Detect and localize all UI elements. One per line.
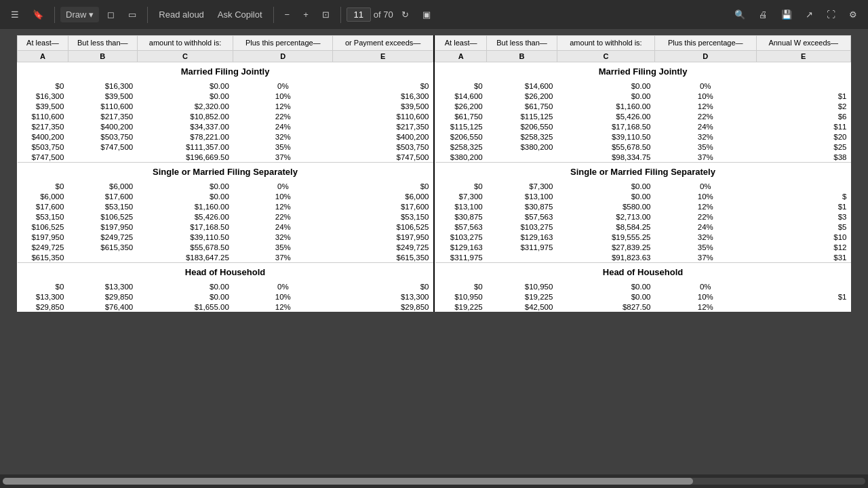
chevron-down-icon: ▾ — [89, 9, 94, 20]
cell-single-r4-c2: $8,584.25 — [557, 222, 654, 232]
print-button[interactable]: 🖨 — [753, 7, 773, 22]
cell-head_of_household-r2-c2: $827.50 — [557, 302, 654, 312]
cell-single-r6-c2: $55,678.50 — [137, 242, 233, 252]
cell-head_of_household-r1-c1: $29,850 — [68, 291, 137, 302]
divider-4 — [340, 7, 341, 23]
cell-married_filing_jointly-r7-c4: $747,500 — [333, 152, 433, 163]
cell-married_filing_jointly-r7-c3: 37% — [233, 152, 333, 163]
left-letter-b: B — [68, 51, 137, 62]
highlight-button[interactable]: ▭ — [123, 7, 142, 22]
table-row: $129,163$311,975$27,839.2535%$12 — [435, 242, 851, 252]
cell-married_filing_jointly-r2-c1: $110,600 — [68, 101, 137, 111]
cell-head_of_household-r2-c4: $29,850 — [333, 302, 433, 312]
table-row: $53,150$106,525$5,426.0022%$53,150 — [18, 211, 433, 222]
left-letter-a: A — [18, 51, 68, 62]
view-icon: ▣ — [422, 9, 431, 20]
cell-single-r4-c3: 24% — [233, 222, 333, 232]
cell-single-r1-c1: $17,600 — [68, 191, 137, 201]
bookmark-button[interactable]: 🔖 — [27, 7, 49, 22]
read-aloud-button[interactable]: Read aloud — [153, 7, 210, 22]
table-row: $400,200$503,750$78,221.0032%$400,200 — [18, 131, 433, 142]
cell-single-r5-c4: $197,950 — [333, 232, 433, 242]
cell-single-r5-c2: $39,110.50 — [137, 232, 233, 242]
view-button[interactable]: ▣ — [417, 7, 436, 22]
right-letter-a: A — [435, 51, 487, 62]
cell-single-r6-c0: $249,725 — [18, 242, 68, 252]
cell-married_filing_jointly-r3-c3: 22% — [654, 111, 756, 121]
menu-button[interactable]: ☰ — [5, 7, 24, 22]
cell-married_filing_jointly-r7-c3: 37% — [654, 152, 756, 163]
table-row: $17,600$53,150$1,160.0012%$17,600 — [18, 201, 433, 211]
cell-single-r0-c3: 0% — [654, 181, 756, 191]
share-icon: ↗ — [806, 9, 813, 20]
cell-single-r2-c4: $17,600 — [333, 201, 433, 211]
cell-head_of_household-r1-c4: $13,300 — [333, 291, 433, 302]
cell-married_filing_jointly-r2-c4: $2 — [756, 101, 850, 111]
cell-single-r1-c1: $13,100 — [487, 191, 557, 201]
cell-married_filing_jointly-r6-c1: $747,500 — [68, 142, 137, 152]
cell-single-r7-c3: 37% — [654, 252, 756, 263]
zoom-out-icon: − — [285, 9, 290, 20]
share-button[interactable]: ↗ — [800, 7, 818, 22]
cell-married_filing_jointly-r2-c0: $39,500 — [18, 101, 68, 111]
draw-button[interactable]: Draw ▾ — [60, 7, 99, 22]
scrollbar-thumb[interactable] — [3, 478, 693, 485]
divider-3 — [273, 7, 274, 23]
right-col-b-header: But less than— — [487, 36, 557, 51]
cell-single-r4-c0: $106,525 — [18, 222, 68, 232]
cell-single-r2-c3: 12% — [233, 201, 333, 211]
cell-married_filing_jointly-r5-c1: $503,750 — [68, 131, 137, 142]
bookmark-icon: 🔖 — [33, 9, 43, 20]
settings-button[interactable]: ⚙ — [844, 7, 863, 22]
cell-married_filing_jointly-r6-c0: $258,325 — [435, 142, 487, 152]
ask-copilot-button[interactable]: Ask Copilot — [212, 7, 268, 22]
fit-icon: ⊡ — [322, 9, 330, 20]
bottom-scrollbar-bar — [0, 474, 868, 488]
cell-single-r5-c2: $19,555.25 — [557, 232, 654, 242]
fullscreen-button[interactable]: ⛶ — [821, 7, 841, 22]
zoom-out-button[interactable]: − — [279, 7, 296, 22]
menu-icon: ☰ — [11, 9, 19, 20]
highlight-icon: ▭ — [128, 9, 136, 20]
cell-single-r2-c2: $1,160.00 — [137, 201, 233, 211]
table-row: $258,325$380,200$55,678.5035%$25 — [435, 142, 851, 152]
cell-married_filing_jointly-r7-c2: $98,334.75 — [557, 152, 654, 163]
rotate-button[interactable]: ↻ — [396, 7, 414, 22]
eraser-button[interactable]: ◻ — [102, 7, 120, 22]
cell-single-r7-c2: $183,647.25 — [137, 252, 233, 263]
right-col-a-header: At least— — [435, 36, 487, 51]
table-row: $197,950$249,725$39,110.5032%$197,950 — [18, 232, 433, 242]
table-row: $0$16,300$0.000%$0 — [18, 81, 433, 91]
table-row: $0$6,000$0.000%$0 — [18, 181, 433, 191]
toolbar: ☰ 🔖 Draw ▾ ◻ ▭ Read aloud Ask Copilot − … — [0, 0, 868, 30]
zoom-in-button[interactable]: + — [298, 7, 314, 22]
search-button[interactable]: 🔍 — [729, 7, 751, 22]
save-button[interactable]: 💾 — [776, 7, 797, 22]
table-row: $110,600$217,350$10,852.0022%$110,600 — [18, 111, 433, 121]
cell-single-r5-c1: $129,163 — [487, 232, 557, 242]
cell-married_filing_jointly-r0-c4 — [756, 81, 850, 91]
right-col-c-header: amount to withhold is: — [557, 36, 654, 51]
cell-single-r3-c4: $3 — [756, 211, 850, 222]
page-number-input[interactable] — [347, 7, 371, 22]
cell-single-r1-c3: 10% — [654, 191, 756, 201]
cell-married_filing_jointly-r4-c2: $17,168.50 — [557, 121, 654, 131]
cell-head_of_household-r1-c1: $19,225 — [487, 291, 557, 302]
table-row: $7,300$13,100$0.0010%$ — [435, 191, 851, 201]
cell-married_filing_jointly-r4-c4: $11 — [756, 121, 850, 131]
table-row: $103,275$129,163$19,555.2532%$10 — [435, 232, 851, 242]
cell-single-r3-c1: $106,525 — [68, 211, 137, 222]
cell-married_filing_jointly-r5-c0: $206,550 — [435, 131, 487, 142]
cell-single-r4-c3: 24% — [654, 222, 756, 232]
cell-married_filing_jointly-r3-c0: $61,750 — [435, 111, 487, 121]
table-row: $30,875$57,563$2,713.0022%$3 — [435, 211, 851, 222]
cell-single-r0-c2: $0.00 — [137, 181, 233, 191]
fit-button[interactable]: ⊡ — [317, 7, 335, 22]
fullscreen-icon: ⛶ — [827, 9, 835, 20]
cell-married_filing_jointly-r0-c0: $0 — [435, 81, 487, 91]
horizontal-scrollbar[interactable] — [3, 478, 865, 485]
table-row: $0$10,950$0.000% — [435, 281, 851, 291]
cell-married_filing_jointly-r7-c0: $380,200 — [435, 152, 487, 163]
cell-single-r5-c0: $197,950 — [18, 232, 68, 242]
content-area: At least— But less than— amount to withh… — [0, 30, 868, 474]
